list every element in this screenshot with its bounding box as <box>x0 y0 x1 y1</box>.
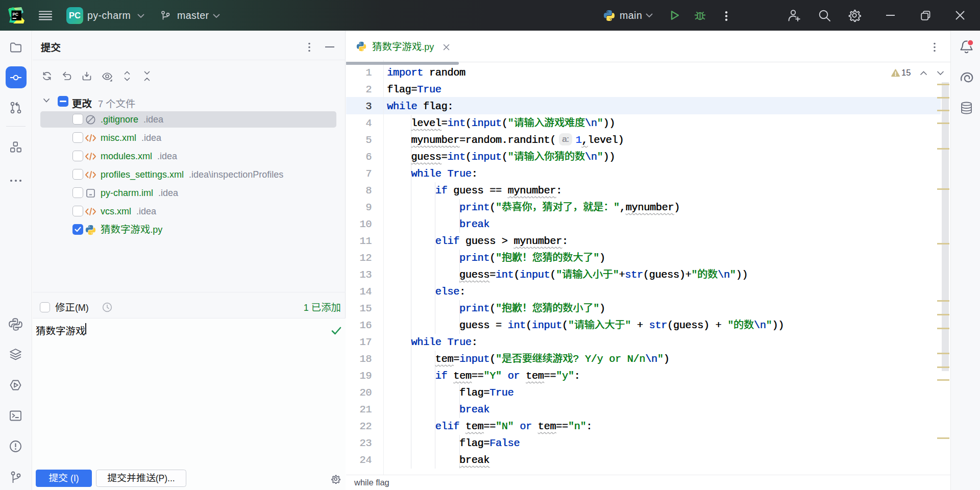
svg-text:PC: PC <box>13 12 18 17</box>
